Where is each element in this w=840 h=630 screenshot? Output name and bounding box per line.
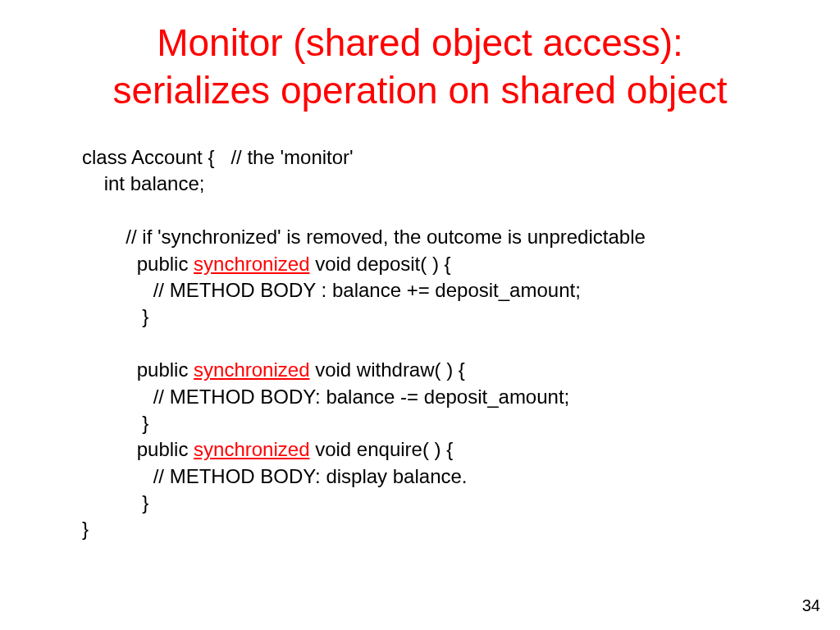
code-line-6: // METHOD BODY : balance += deposit_amou…: [82, 279, 581, 301]
synchronized-keyword-1: synchronized: [194, 253, 309, 275]
code-line-1: class Account { // the 'monitor': [82, 146, 354, 168]
code-line-12a: public: [82, 438, 194, 460]
code-line-15: }: [82, 518, 89, 540]
title-line2: serializes operation on shared object: [112, 69, 727, 112]
page-number: 34: [802, 596, 820, 615]
code-line-11: }: [82, 412, 148, 434]
code-line-5a: public: [82, 253, 194, 275]
code-line-2: int balance;: [82, 172, 204, 194]
synchronized-keyword-2: synchronized: [194, 358, 309, 381]
code-line-9a: public: [82, 358, 194, 381]
code-line-14: }: [82, 491, 148, 514]
code-line-10: // METHOD BODY: balance -= deposit_amoun…: [82, 386, 569, 408]
code-line-13: // METHOD BODY: display balance.: [82, 465, 468, 487]
code-block: class Account { // the 'monitor' int bal…: [82, 144, 646, 543]
code-line-9b: void withdraw( ) {: [309, 358, 464, 381]
code-line-5b: void deposit( ) {: [309, 253, 450, 275]
code-line-4: // if 'synchronized' is removed, the out…: [82, 226, 646, 248]
code-line-12b: void enquire( ) {: [309, 438, 453, 460]
title-line1: Monitor (shared object access):: [157, 21, 683, 64]
slide-title: Monitor (shared object access): serializ…: [0, 0, 840, 114]
synchronized-keyword-3: synchronized: [194, 438, 309, 460]
code-line-7: }: [82, 305, 148, 327]
